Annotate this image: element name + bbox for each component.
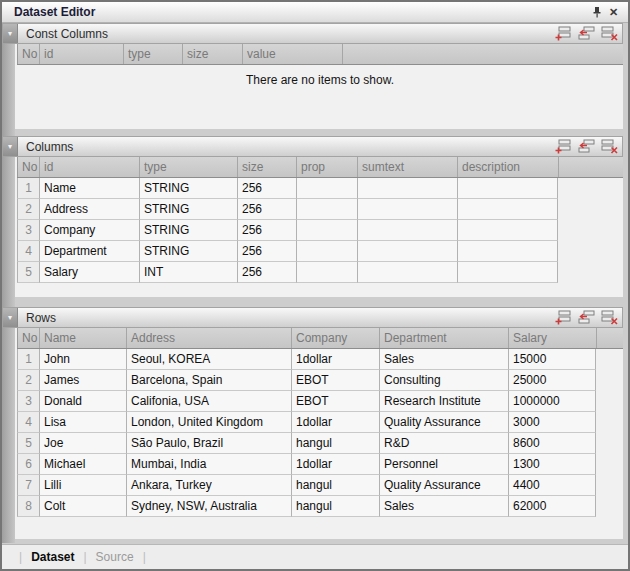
- column-header-type[interactable]: type: [139, 157, 237, 177]
- cell-department[interactable]: Research Institute: [379, 391, 508, 412]
- row-number[interactable]: 6: [17, 454, 39, 475]
- column-header-no[interactable]: No: [17, 328, 39, 348]
- cell-prop[interactable]: [296, 241, 357, 262]
- cell-sumtext[interactable]: [357, 241, 457, 262]
- row-number[interactable]: 4: [17, 412, 39, 433]
- cell-name[interactable]: Colt: [39, 496, 126, 517]
- pin-button[interactable]: [588, 4, 605, 20]
- delete-row-button[interactable]: [600, 139, 618, 155]
- cell-company[interactable]: hangul: [291, 433, 379, 454]
- cell-address[interactable]: London, United Kingdom: [126, 412, 291, 433]
- cell-type[interactable]: STRING: [139, 220, 237, 241]
- cell-size[interactable]: 256: [237, 220, 296, 241]
- cell-type[interactable]: STRING: [139, 199, 237, 220]
- cell-description[interactable]: [457, 220, 558, 241]
- delete-row-button[interactable]: [600, 26, 618, 42]
- cell-name[interactable]: John: [39, 349, 126, 370]
- cell-company[interactable]: 1dollar: [291, 349, 379, 370]
- cell-name[interactable]: Michael: [39, 454, 126, 475]
- cell-company[interactable]: 1dollar: [291, 454, 379, 475]
- cell-description[interactable]: [457, 241, 558, 262]
- cell-sumtext[interactable]: [357, 220, 457, 241]
- cell-department[interactable]: Sales: [379, 349, 508, 370]
- cell-company[interactable]: EBOT: [291, 391, 379, 412]
- cell-department[interactable]: Quality Assurance: [379, 475, 508, 496]
- cell-prop[interactable]: [296, 178, 357, 199]
- cell-company[interactable]: hangul: [291, 475, 379, 496]
- cell-name[interactable]: Lisa: [39, 412, 126, 433]
- cell-address[interactable]: Sydney, NSW, Australia: [126, 496, 291, 517]
- cell-address[interactable]: Mumbai, India: [126, 454, 291, 475]
- cell-salary[interactable]: 1000000: [508, 391, 596, 412]
- cell-salary[interactable]: 3000: [508, 412, 596, 433]
- row-number[interactable]: 2: [17, 199, 39, 220]
- cell-salary[interactable]: 25000: [508, 370, 596, 391]
- cell-name[interactable]: Joe: [39, 433, 126, 454]
- insert-row-button[interactable]: [577, 310, 595, 326]
- cell-sumtext[interactable]: [357, 199, 457, 220]
- column-header-size[interactable]: size: [237, 157, 296, 177]
- cell-size[interactable]: 256: [237, 262, 296, 283]
- cell-address[interactable]: Ankara, Turkey: [126, 475, 291, 496]
- cell-prop[interactable]: [296, 199, 357, 220]
- cell-type[interactable]: STRING: [139, 178, 237, 199]
- row-number[interactable]: 4: [17, 241, 39, 262]
- column-header-prop[interactable]: prop: [296, 157, 357, 177]
- cell-company[interactable]: 1dollar: [291, 412, 379, 433]
- column-header-no[interactable]: No: [17, 44, 39, 64]
- cell-type[interactable]: INT: [139, 262, 237, 283]
- cell-id[interactable]: Name: [39, 178, 139, 199]
- column-header-company[interactable]: Company: [291, 328, 379, 348]
- cell-address[interactable]: Seoul, KOREA: [126, 349, 291, 370]
- cell-salary[interactable]: 1300: [508, 454, 596, 475]
- cell-id[interactable]: Company: [39, 220, 139, 241]
- column-header-id[interactable]: id: [39, 157, 139, 177]
- column-header-size[interactable]: size: [182, 44, 242, 64]
- cell-department[interactable]: Personnel: [379, 454, 508, 475]
- cell-id[interactable]: Salary: [39, 262, 139, 283]
- row-number[interactable]: 5: [17, 262, 39, 283]
- cell-department[interactable]: Quality Assurance: [379, 412, 508, 433]
- cell-department[interactable]: R&D: [379, 433, 508, 454]
- cell-id[interactable]: Address: [39, 199, 139, 220]
- cell-salary[interactable]: 62000: [508, 496, 596, 517]
- cell-company[interactable]: hangul: [291, 496, 379, 517]
- cell-size[interactable]: 256: [237, 178, 296, 199]
- column-header-value[interactable]: value: [242, 44, 342, 64]
- collapse-button[interactable]: ▾: [3, 24, 18, 43]
- column-header-sumtext[interactable]: sumtext: [357, 157, 457, 177]
- cell-sumtext[interactable]: [357, 262, 457, 283]
- cell-sumtext[interactable]: [357, 178, 457, 199]
- cell-prop[interactable]: [296, 262, 357, 283]
- cell-type[interactable]: STRING: [139, 241, 237, 262]
- collapse-button[interactable]: ▾: [3, 308, 18, 327]
- row-number[interactable]: 3: [17, 391, 39, 412]
- row-number[interactable]: 7: [17, 475, 39, 496]
- cell-size[interactable]: 256: [237, 199, 296, 220]
- insert-row-button[interactable]: [577, 26, 595, 42]
- insert-row-button[interactable]: [577, 139, 595, 155]
- cell-address[interactable]: Barcelona, Spain: [126, 370, 291, 391]
- cell-description[interactable]: [457, 199, 558, 220]
- column-header-address[interactable]: Address: [126, 328, 291, 348]
- cell-salary[interactable]: 15000: [508, 349, 596, 370]
- cell-prop[interactable]: [296, 220, 357, 241]
- cell-description[interactable]: [457, 262, 558, 283]
- row-number[interactable]: 8: [17, 496, 39, 517]
- cell-id[interactable]: Department: [39, 241, 139, 262]
- cell-name[interactable]: Donald: [39, 391, 126, 412]
- row-number[interactable]: 2: [17, 370, 39, 391]
- cell-salary[interactable]: 4400: [508, 475, 596, 496]
- column-header-description[interactable]: description: [457, 157, 558, 177]
- row-number[interactable]: 1: [17, 178, 39, 199]
- tab-source[interactable]: Source: [96, 550, 134, 564]
- column-header-name[interactable]: Name: [39, 328, 126, 348]
- cell-address[interactable]: Califonia, USA: [126, 391, 291, 412]
- add-row-button[interactable]: [554, 26, 572, 42]
- collapse-button[interactable]: ▾: [3, 137, 18, 156]
- close-button[interactable]: ✕: [605, 4, 622, 20]
- cell-address[interactable]: São Paulo, Brazil: [126, 433, 291, 454]
- column-header-no[interactable]: No: [17, 157, 39, 177]
- cell-department[interactable]: Sales: [379, 496, 508, 517]
- column-header-salary[interactable]: Salary: [508, 328, 596, 348]
